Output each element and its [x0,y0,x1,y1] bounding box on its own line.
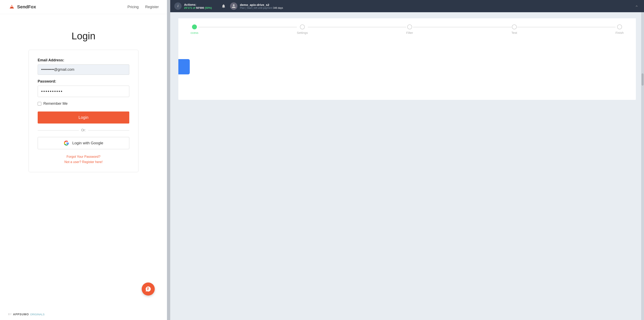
step-line-3 [413,27,512,27]
info-button[interactable]: i [174,3,182,10]
step-line-2 [308,27,406,27]
card-links: Forgot Your Password? Not a user? Regist… [38,155,129,164]
apix-main: ccess Settings Filter T [170,12,644,320]
footer-brand: APPSUMO [13,313,29,316]
email-label: Email Address: [38,58,129,62]
step-line-4 [517,27,616,27]
login-content: Login Email Address: Password: Remember … [0,14,167,308]
remember-checkbox[interactable] [38,102,41,106]
login-title: Login [72,30,95,42]
scrollbar-thumb[interactable] [642,73,644,86]
actions-info: Actions: 25'171 of 50'000 (50%) [184,3,212,9]
chat-bubble[interactable] [142,282,155,295]
username: demo_apix-drive_s2 [240,3,283,7]
plan-days: 346 days [273,7,283,9]
step-line-1 [198,27,297,27]
nav-pricing[interactable]: Pricing [128,5,139,9]
chat-icon [145,286,151,292]
footer-by: BY [8,313,12,316]
apix-panel: i Actions: 25'171 of 50'000 (50%) demo_a… [170,0,644,320]
login-button[interactable]: Login [38,112,129,124]
actions-current: 25'171 [184,6,192,9]
remember-me-container: Remember Me [38,102,129,106]
svg-point-1 [194,26,195,28]
step-label-test: Test [512,31,517,35]
password-label: Password: [38,79,129,84]
blue-btn-area [178,59,190,74]
email-input[interactable] [38,64,129,75]
actions-of: of [193,6,196,9]
actions-total: 50'000 [196,6,204,9]
avatar[interactable] [230,3,238,10]
step-test: Test [512,25,517,35]
remember-label[interactable]: Remember Me [43,102,68,106]
step-circle-settings [300,25,305,29]
info-icon: i [178,4,178,8]
forgot-password-link[interactable]: Forgot Your Password? [66,155,100,159]
logo: SendFox [8,3,36,11]
nav-register[interactable]: Register [145,5,159,9]
actions-label: Actions: [184,3,212,6]
svg-rect-0 [11,6,12,7]
or-divider: Or: [38,128,129,132]
step-check-icon [193,26,196,28]
blue-action-button[interactable] [178,59,190,74]
plan-label: Plan | [240,7,247,9]
bell-button[interactable] [220,3,227,10]
step-access: ccess [190,25,198,35]
bell-icon [221,4,226,8]
step-settings: Settings [297,25,308,35]
plan-type: Start [247,7,252,9]
or-text: Or: [81,128,86,132]
step-label-access: ccess [190,31,198,35]
step-label-settings: Settings [297,31,308,35]
stepper: ccess Settings Filter T [178,18,636,39]
step-circle-filter [407,25,412,29]
top-nav: SendFox Pricing Register [0,0,167,14]
plan-info: Plan | Start | left until payment 346 da… [240,7,283,9]
actions-percent-val: (50%) [205,6,212,9]
step-finish: Finish [616,25,624,35]
password-input[interactable] [38,86,129,97]
register-link[interactable]: Not a user? Register here! [64,160,102,164]
step-label-finish: Finish [616,31,624,35]
google-btn-label: Login with Google [72,141,103,145]
footer: BY APPSUMO ORIGINALS [0,308,167,320]
actions-count: 25'171 of 50'000 (50%) [184,6,212,9]
scrollbar-track[interactable] [641,12,644,320]
plan-left: left until payment [254,7,272,9]
logo-icon [8,3,16,11]
google-icon [64,140,69,146]
google-login-button[interactable]: Login with Google [38,137,129,149]
footer-originals: ORIGINALS [30,313,44,316]
step-circle-finish [617,25,622,29]
avatar-icon [232,4,236,8]
logo-text: SendFox [17,4,36,10]
apix-topbar: i Actions: 25'171 of 50'000 (50%) demo_a… [170,0,644,12]
sendfox-panel: SendFox Pricing Register Login Email Add… [0,0,167,320]
user-info: demo_apix-drive_s2 Plan | Start | left u… [240,3,283,9]
panel-separator[interactable] [167,0,170,320]
step-circle-access [192,25,197,29]
step-label-filter: Filter [406,31,413,35]
expand-icon [635,4,638,8]
step-circle-test [512,25,517,29]
expand-button[interactable] [634,3,640,9]
login-card: Email Address: Password: Remember Me Log… [28,50,138,172]
nav-links: Pricing Register [128,5,159,9]
content-area: ccess Settings Filter T [178,18,636,100]
step-filter: Filter [406,25,413,35]
